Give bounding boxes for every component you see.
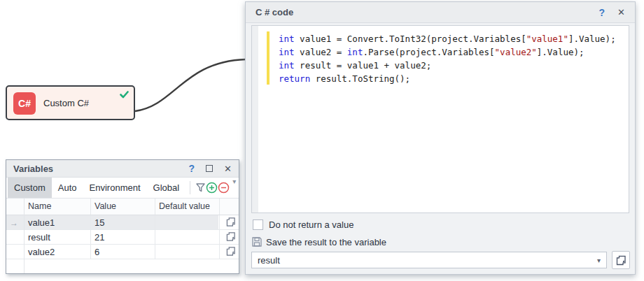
column-divider: [219, 199, 220, 215]
column-divider: [219, 245, 220, 259]
flow-canvas: C# Custom C# Variables ? ✕ CustomAutoEnv…: [0, 0, 644, 281]
copy-variable-button[interactable]: [612, 251, 630, 269]
node-custom-csharp[interactable]: C# Custom C#: [6, 85, 135, 120]
variables-table-header: Name Value Default value: [6, 199, 239, 215]
variable-default-cell[interactable]: [159, 245, 218, 259]
variable-default-cell[interactable]: [159, 215, 218, 230]
editor-margin: [252, 26, 258, 212]
tab-environment[interactable]: Environment: [83, 178, 147, 198]
selector-column-divider: [24, 199, 24, 273]
variable-row[interactable]: result 21: [6, 230, 239, 245]
csharp-badge-icon: C#: [13, 92, 36, 115]
close-icon[interactable]: ✕: [617, 7, 625, 17]
node-label: Custom C#: [43, 87, 89, 119]
column-header-value[interactable]: Value: [94, 201, 116, 211]
tab-auto[interactable]: Auto: [52, 178, 83, 198]
tab-global[interactable]: Global: [147, 178, 186, 198]
variables-tabs: CustomAutoEnvironmentGlobal ▾: [6, 178, 239, 199]
dialog-title: C # code: [255, 7, 293, 17]
column-header-default[interactable]: Default value: [159, 201, 210, 211]
variable-combobox-value: result: [258, 255, 280, 266]
csharp-badge-text: C#: [18, 98, 31, 109]
copy-row-icon[interactable]: [226, 217, 236, 229]
copy-row-icon[interactable]: [226, 246, 236, 259]
code-line: return result.ToString();: [279, 72, 616, 85]
close-icon[interactable]: ✕: [224, 164, 232, 174]
variable-default-cell[interactable]: [159, 230, 218, 245]
column-divider: [90, 245, 91, 259]
column-divider: [155, 230, 155, 244]
column-divider: [219, 215, 220, 229]
variables-panel: Variables ? ✕ CustomAutoEnvironmentGloba…: [6, 159, 239, 274]
do-not-return-label: Do not return a value: [269, 219, 354, 230]
code-editor[interactable]: int value1 = Convert.ToInt32(project.Var…: [251, 25, 629, 213]
row-indicator-arrow-icon: [10, 230, 24, 245]
column-divider: [155, 215, 155, 229]
variable-value-cell[interactable]: 6: [94, 245, 156, 259]
column-divider: [155, 199, 155, 215]
more-options-icon[interactable]: ▾: [230, 178, 239, 198]
chevron-down-icon[interactable]: ▾: [597, 257, 601, 264]
save-result-label: Save the result to the variable: [266, 237, 386, 247]
column-divider: [90, 230, 91, 244]
column-header-name[interactable]: Name: [28, 201, 51, 211]
copy-row-icon[interactable]: [226, 231, 236, 244]
add-variable-icon[interactable]: [206, 178, 218, 198]
variable-row[interactable]: → value1 15: [6, 215, 239, 230]
csharp-code-dialog: C # code ? ✕ int value1 = Convert.ToInt3…: [245, 1, 636, 275]
do-not-return-row: Do not return a value: [253, 219, 354, 230]
column-divider: [90, 215, 91, 229]
row-indicator-arrow-icon: →: [10, 215, 24, 230]
dialog-titlebar: C # code ? ✕: [246, 2, 635, 23]
changed-lines-bar: [267, 31, 270, 85]
tab-custom[interactable]: Custom: [8, 178, 52, 198]
code-line: int value2 = int.Parse(project.Variables…: [279, 45, 616, 59]
maximize-icon[interactable]: [206, 165, 213, 172]
do-not-return-checkbox[interactable]: [253, 219, 263, 230]
check-icon: [120, 91, 129, 99]
column-divider: [155, 245, 155, 259]
column-divider: [90, 199, 91, 215]
variable-combobox[interactable]: result ▾: [251, 252, 607, 268]
variables-panel-title: Variables: [13, 164, 53, 174]
variable-value-cell[interactable]: 15: [94, 215, 156, 230]
variable-row[interactable]: value2 6: [6, 245, 239, 259]
copy-icon: [616, 255, 626, 266]
row-indicator-arrow-icon: [10, 245, 24, 259]
toolbar-separator: [190, 181, 190, 194]
variable-value-cell[interactable]: 21: [94, 230, 156, 245]
code-line: int value1 = Convert.ToInt32(project.Var…: [279, 32, 616, 45]
variable-name-cell[interactable]: value2: [28, 245, 91, 259]
help-icon[interactable]: ?: [189, 163, 195, 174]
column-divider: [219, 230, 220, 244]
remove-variable-icon[interactable]: [218, 178, 230, 198]
code-text[interactable]: int value1 = Convert.ToInt32(project.Var…: [279, 32, 616, 85]
variable-name-cell[interactable]: value1: [28, 215, 91, 230]
variable-name-cell[interactable]: result: [28, 230, 91, 245]
variables-titlebar: Variables ? ✕: [6, 160, 239, 178]
save-icon: [251, 236, 262, 247]
help-icon[interactable]: ?: [599, 7, 606, 18]
save-result-row: Save the result to the variable: [251, 236, 386, 247]
filter-icon[interactable]: [195, 178, 206, 198]
code-line: int result = value1 + value2;: [279, 59, 616, 72]
variables-table: Name Value Default value → value1 15 r: [6, 199, 239, 273]
